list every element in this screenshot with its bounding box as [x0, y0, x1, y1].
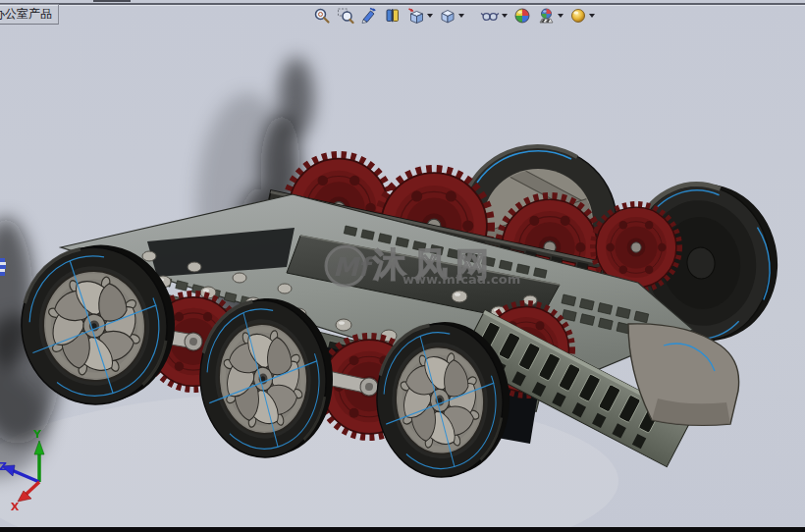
hide-show-items-button[interactable]	[479, 5, 509, 27]
view-orientation-button[interactable]	[406, 5, 434, 27]
top-edge-artifact	[93, 0, 131, 2]
apply-scene-button[interactable]	[536, 5, 564, 27]
edit-appearance-button[interactable]	[512, 5, 532, 27]
edit-appearance-icon	[513, 7, 531, 25]
view-settings-dropdown-caret[interactable]	[589, 14, 595, 18]
window-bottom-edge	[0, 527, 805, 532]
axis-x-label: X	[11, 501, 20, 513]
axis-y-label: Y	[32, 428, 42, 441]
view-toolbar	[312, 5, 596, 27]
rotate-view-button[interactable]	[359, 5, 379, 27]
zoom-to-fit-button[interactable]	[312, 5, 332, 27]
view-orientation-dropdown-caret[interactable]	[427, 14, 433, 18]
axis-z-label: Z	[0, 460, 7, 473]
section-view-button[interactable]	[383, 5, 402, 27]
document-tab[interactable]: 办公室产品	[0, 4, 59, 25]
zoom-to-area-button[interactable]	[336, 5, 355, 27]
hide-show-items-dropdown-caret[interactable]	[502, 14, 508, 18]
hide-show-items-icon	[480, 7, 500, 25]
display-style-dropdown-caret[interactable]	[458, 14, 464, 18]
rotate-view-icon	[360, 7, 378, 25]
solidworks-window: 办公室产品	[0, 0, 805, 532]
view-orientation-icon	[407, 7, 425, 25]
display-style-button[interactable]	[438, 5, 465, 27]
apply-scene-icon	[537, 7, 556, 25]
viewport-3d-model[interactable]: Mf 沐风网 www.mfcad.com Y Z X	[0, 0, 805, 532]
view-settings-button[interactable]	[568, 5, 596, 27]
display-style-icon	[439, 7, 456, 25]
document-tab-label: 办公室产品	[0, 6, 52, 23]
zoom-to-fit-icon	[313, 7, 331, 25]
view-settings-icon	[569, 7, 587, 25]
section-view-icon	[384, 7, 402, 25]
apply-scene-dropdown-caret[interactable]	[558, 14, 564, 18]
zoom-to-area-icon	[337, 7, 354, 25]
